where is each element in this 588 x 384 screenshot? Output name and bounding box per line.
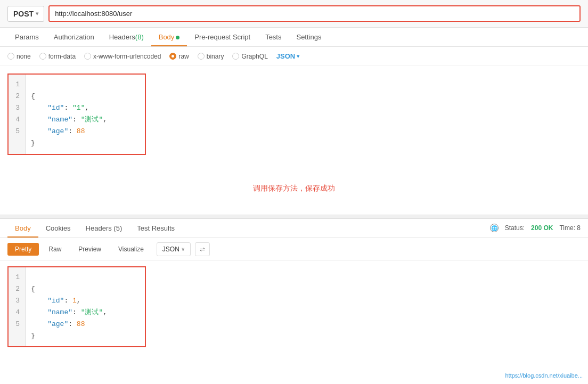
response-tabs: Body Cookies Headers (5) Test Results 🌐 … xyxy=(0,219,588,238)
radio-form-data-circle xyxy=(39,53,46,60)
tab-settings[interactable]: Settings xyxy=(289,28,329,46)
radio-form-data[interactable]: form-data xyxy=(39,53,76,60)
radio-form-data-label: form-data xyxy=(48,53,76,60)
raw-button[interactable]: Raw xyxy=(41,243,69,256)
pretty-button[interactable]: Pretty xyxy=(7,243,39,256)
preview-button[interactable]: Preview xyxy=(71,243,109,256)
tab-headers-label: Headers xyxy=(109,33,135,41)
tab-headers[interactable]: Headers(8) xyxy=(102,28,151,46)
radio-graphql-circle xyxy=(232,53,239,60)
body-dot xyxy=(176,36,179,39)
response-section: Body Cookies Headers (5) Test Results 🌐 … xyxy=(0,219,588,348)
wrap-button[interactable]: ⇌ xyxy=(195,242,210,256)
radio-raw-circle xyxy=(169,53,176,60)
success-message: 调用保存方法，保存成功 xyxy=(0,162,588,215)
time-label: Time: 8 xyxy=(559,224,581,232)
section-divider xyxy=(0,215,588,219)
status-label: Status: xyxy=(505,224,525,232)
response-format-arrow: ∨ xyxy=(181,246,185,252)
response-tab-body[interactable]: Body xyxy=(7,219,38,238)
radio-graphql[interactable]: GraphQL xyxy=(232,53,267,60)
url-input[interactable] xyxy=(48,5,581,22)
radio-urlencoded-circle xyxy=(84,53,91,60)
radio-binary-circle xyxy=(198,53,205,60)
radio-urlencoded-label: x-www-form-urlencoded xyxy=(93,53,161,60)
method-select[interactable]: POST ▾ xyxy=(7,6,44,22)
tab-pre-request[interactable]: Pre-request Script xyxy=(187,28,258,46)
response-status-bar: 🌐 Status: 200 OK Time: 8 xyxy=(490,224,581,232)
response-tab-headers[interactable]: Headers (5) xyxy=(78,219,130,238)
headers-badge: (8) xyxy=(135,33,144,41)
json-format-label: JSON xyxy=(276,52,295,60)
json-format-dropdown[interactable]: JSON ▾ xyxy=(276,52,299,60)
radio-graphql-label: GraphQL xyxy=(241,53,267,60)
tab-authorization[interactable]: Authorization xyxy=(46,28,102,46)
response-toolbar: Pretty Raw Preview Visualize JSON ∨ ⇌ xyxy=(0,238,588,261)
radio-raw[interactable]: raw xyxy=(169,53,189,60)
tab-body-label: Body xyxy=(159,33,175,41)
request-code-editor[interactable]: 1 2 3 4 5 { "id": "1", "name": "测试", "ag… xyxy=(7,73,146,155)
radio-urlencoded[interactable]: x-www-form-urlencoded xyxy=(84,53,161,60)
response-code-content: { "id": 1, "name": "测试", "age": 88 } xyxy=(26,267,112,347)
visualize-button[interactable]: Visualize xyxy=(111,243,151,256)
body-type-row: none form-data x-www-form-urlencoded raw… xyxy=(0,47,588,66)
radio-none-label: none xyxy=(17,53,31,60)
request-line-numbers: 1 2 3 4 5 xyxy=(9,75,26,154)
radio-none[interactable]: none xyxy=(7,53,31,60)
globe-icon: 🌐 xyxy=(490,224,499,232)
method-chevron: ▾ xyxy=(36,11,38,17)
response-tab-test-results[interactable]: Test Results xyxy=(129,219,182,238)
tab-tests[interactable]: Tests xyxy=(258,28,289,46)
status-value: 200 OK xyxy=(531,224,553,232)
wrap-icon: ⇌ xyxy=(200,246,205,253)
radio-none-circle xyxy=(7,53,14,60)
method-label: POST xyxy=(13,10,34,18)
request-code-content: { "id": "1", "name": "测试", "age": 88 } xyxy=(26,75,112,154)
radio-binary[interactable]: binary xyxy=(198,53,224,60)
url-bar: POST ▾ xyxy=(0,0,588,28)
request-tabs: Params Authorization Headers(8) Body Pre… xyxy=(0,28,588,47)
json-format-arrow: ▾ xyxy=(297,53,299,59)
response-tab-cookies[interactable]: Cookies xyxy=(38,219,78,238)
response-line-numbers: 1 2 3 4 5 xyxy=(9,267,26,347)
radio-raw-label: raw xyxy=(178,53,189,60)
tab-body[interactable]: Body xyxy=(151,28,187,46)
response-code-editor: 1 2 3 4 5 { "id": 1, "name": "测试", "age"… xyxy=(7,266,146,348)
radio-binary-label: binary xyxy=(207,53,224,60)
tab-params[interactable]: Params xyxy=(7,28,46,46)
response-format-label: JSON xyxy=(162,246,179,253)
request-editor-section: 1 2 3 4 5 { "id": "1", "name": "测试", "ag… xyxy=(0,73,588,215)
response-format-dropdown[interactable]: JSON ∨ xyxy=(157,242,191,256)
